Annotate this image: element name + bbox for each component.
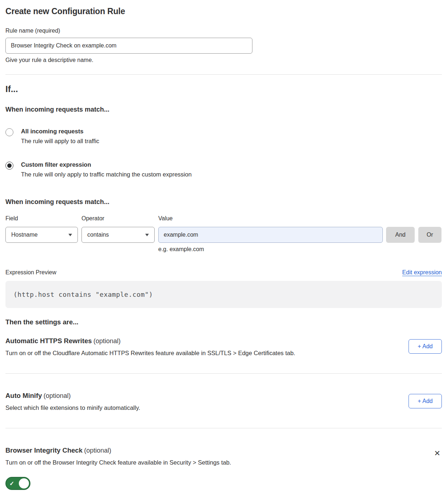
operator-select[interactable]: contains (81, 227, 155, 243)
operator-select-value: contains (87, 232, 109, 238)
rule-name-group: Rule name (required) Give your rule a de… (5, 28, 442, 63)
radio-option-custom-filter-expression[interactable]: Custom filter expression The rule will o… (5, 161, 442, 178)
radio-option-label: All incoming requests (21, 128, 99, 135)
setting-optional-tag: (optional) (93, 337, 121, 345)
section-divider (5, 74, 442, 75)
or-button[interactable]: Or (418, 227, 441, 243)
edit-expression-link[interactable]: Edit expression (402, 269, 442, 276)
rule-name-help: Give your rule a descriptive name. (5, 57, 442, 63)
radio-option-description: The rule will only apply to traffic matc… (21, 171, 192, 178)
expression-builder-heading: When incoming requests match... (5, 198, 442, 206)
add-automatic-https-rewrites-button[interactable]: + Add (409, 339, 442, 354)
check-icon: ✓ (9, 480, 14, 487)
expression-preview-header: Expression Preview Edit expression (5, 269, 442, 276)
page-title: Create new Configuration Rule (5, 7, 442, 16)
radio-option-all-incoming-requests[interactable]: All incoming requests The rule will appl… (5, 128, 442, 145)
expression-preview-code-block: (http.host contains "example.com") (5, 281, 442, 308)
section-divider (5, 373, 442, 374)
browser-integrity-check-toggle[interactable]: ✓ (5, 477, 30, 490)
close-icon[interactable]: ✕ (432, 449, 442, 458)
setting-title: Automatic HTTPS Rewrites (5, 337, 92, 345)
add-auto-minify-button[interactable]: + Add (409, 394, 442, 408)
radio-button-selected-icon[interactable] (5, 162, 13, 170)
value-label: Value (158, 215, 383, 223)
setting-description: Turn on or off the Cloudflare Automatic … (5, 350, 295, 357)
setting-auto-minify: Auto Minify (optional) Select which file… (5, 392, 442, 411)
section-divider (5, 428, 442, 428)
setting-optional-tag: (optional) (84, 447, 111, 454)
value-input[interactable] (158, 227, 383, 243)
if-heading: If... (5, 84, 442, 94)
field-select-value: Hostname (11, 232, 38, 238)
setting-title: Browser Integrity Check (5, 446, 83, 454)
field-select[interactable]: Hostname (5, 227, 78, 243)
field-label: Field (5, 215, 78, 223)
setting-browser-integrity-check: Browser Integrity Check (optional) Turn … (5, 446, 442, 490)
expression-code: (http.host contains "example.com") (13, 291, 153, 298)
and-button[interactable]: And (386, 227, 415, 243)
operator-label: Operator (81, 215, 155, 223)
toggle-knob (19, 478, 29, 488)
setting-description: Turn on or off the Browser Integrity Che… (5, 459, 231, 466)
value-hint: e.g. example.com (158, 246, 383, 253)
incoming-requests-match-heading: When incoming requests match... (5, 106, 442, 113)
radio-button-icon[interactable] (5, 128, 13, 136)
expression-preview-label: Expression Preview (5, 269, 56, 276)
setting-title: Auto Minify (5, 392, 42, 399)
expression-builder-row: Field Hostname Operator contains Value e… (5, 215, 442, 253)
create-configuration-rule-page: Create new Configuration Rule Rule name … (0, 0, 448, 499)
radio-option-label: Custom filter expression (21, 161, 192, 168)
settings-heading: Then the settings are... (5, 318, 442, 326)
chevron-down-icon (145, 234, 149, 236)
setting-description: Select which file extensions to minify a… (5, 404, 140, 411)
rule-name-label: Rule name (required) (5, 28, 442, 34)
radio-option-description: The rule will apply to all traffic (21, 138, 99, 145)
chevron-down-icon (68, 234, 72, 236)
setting-optional-tag: (optional) (43, 392, 71, 399)
setting-automatic-https-rewrites: Automatic HTTPS Rewrites (optional) Turn… (5, 337, 442, 357)
rule-name-input[interactable] (5, 38, 252, 54)
